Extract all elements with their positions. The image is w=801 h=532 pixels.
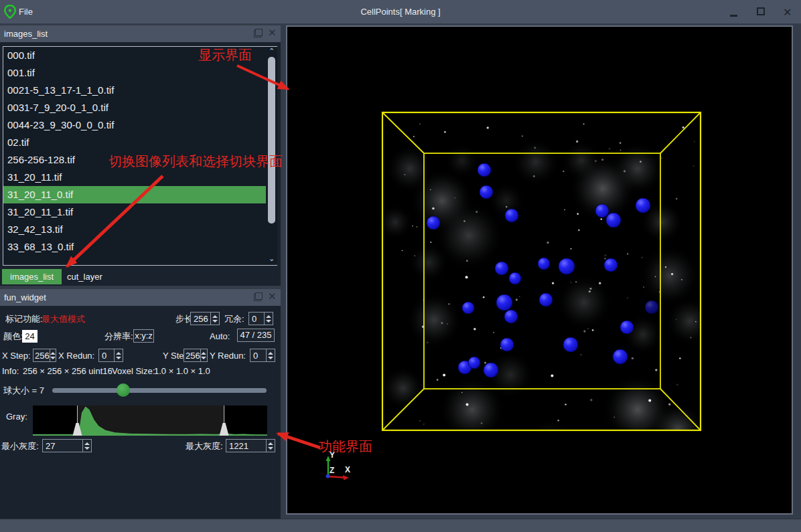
cell-marker[interactable]: [462, 302, 474, 314]
min-gray-spinbox[interactable]: 27: [42, 439, 92, 452]
cell-marker[interactable]: [509, 272, 521, 284]
axis-y-label: Y: [330, 450, 335, 460]
voxel-size-label: Voxel Size:: [112, 365, 155, 377]
auto-value-box: 47 / 235: [237, 329, 275, 342]
minimize-icon: [730, 15, 737, 17]
spinner-arrows[interactable]: [266, 349, 275, 361]
cell-marker[interactable]: [495, 262, 508, 275]
min-gray-value: 27: [43, 440, 82, 452]
redundancy-spinbox[interactable]: 0: [248, 312, 273, 325]
list-item[interactable]: 31_20_11_1.tif: [3, 203, 266, 221]
step-spinbox[interactable]: 256: [190, 312, 220, 325]
y-step-spinbox[interactable]: 256: [184, 349, 208, 362]
info-value: 256 × 256 × 256 uint16: [23, 365, 113, 377]
list-item[interactable]: 256-256-128.tif: [3, 151, 266, 169]
x-redun-spinbox[interactable]: 0: [98, 349, 123, 362]
cell-marker[interactable]: [427, 216, 440, 230]
x-step-label: X Step:: [2, 350, 31, 362]
tab-cut-layer[interactable]: cut_layer: [59, 269, 111, 284]
cell-marker[interactable]: [478, 163, 491, 177]
axis-indicator: YZX: [326, 450, 351, 480]
min-gray-label: 最小灰度:: [1, 440, 39, 452]
cell-marker[interactable]: [539, 293, 553, 306]
redundancy-value: 0: [249, 313, 264, 325]
cell-marker[interactable]: [613, 349, 628, 364]
gray-histogram-plot: [33, 406, 267, 436]
list-item[interactable]: 0031-7_9_20-0_1_0.tif: [3, 99, 266, 116]
images-list-panel-header: images_list ✕: [0, 25, 281, 42]
list-item[interactable]: 32_42_13.tif: [3, 221, 266, 238]
maximize-button[interactable]: [747, 0, 774, 23]
x-step-value: 256: [33, 349, 50, 361]
step-value: 256: [191, 313, 210, 325]
close-button[interactable]: ✕: [774, 0, 801, 23]
cell-marker[interactable]: [505, 209, 518, 222]
close-panel-icon[interactable]: ✕: [268, 29, 277, 37]
cell-marker[interactable]: [595, 204, 609, 217]
x-redun-label: X Redun:: [58, 350, 94, 362]
voxel-size-value: 1.0 × 1.0 × 1.0: [154, 365, 210, 377]
spinner-arrows[interactable]: [82, 440, 91, 452]
float-panel-icon[interactable]: [254, 29, 263, 37]
auto-label: Auto:: [210, 331, 230, 343]
list-item[interactable]: 000.tif: [3, 47, 266, 64]
y-redun-label: Y Redun:: [210, 350, 246, 362]
list-item[interactable]: 31_20_11_0.tif: [3, 186, 266, 203]
spinner-arrows[interactable]: [114, 349, 123, 361]
list-item[interactable]: 33_68_13_0.tif: [3, 238, 266, 256]
cell-marker[interactable]: [645, 300, 658, 314]
cell-marker[interactable]: [620, 321, 634, 334]
cell-marker[interactable]: [559, 258, 575, 274]
gray-histogram[interactable]: [33, 406, 267, 436]
y-redun-spinbox[interactable]: 0: [250, 349, 275, 362]
cell-marker[interactable]: [500, 338, 514, 351]
mark-function-label: 标记功能:: [5, 313, 43, 325]
color-value-box[interactable]: 24: [22, 330, 38, 343]
resolution-button[interactable]: x:y:z: [133, 329, 154, 343]
images-list-panel: images_list ✕ 000.tif001.tif0021-5_13_17…: [0, 25, 281, 286]
ball-size-slider-handle[interactable]: [117, 383, 130, 397]
spinner-arrows[interactable]: [200, 349, 207, 361]
list-scrollbar[interactable]: ⌃ ⌄: [266, 47, 277, 265]
x-redun-value: 0: [99, 349, 114, 361]
list-item[interactable]: 0021-5_13_17-1_1_0.tif: [3, 82, 266, 99]
3d-scene: YZX: [287, 27, 792, 513]
max-gray-spinbox[interactable]: 1221: [226, 439, 275, 452]
list-item[interactable]: 001.tif: [3, 64, 266, 82]
close-icon: ✕: [783, 6, 792, 19]
cell-marker[interactable]: [480, 185, 493, 199]
statusbar: [0, 519, 801, 532]
tab-images-list[interactable]: images_list: [2, 269, 62, 284]
spinner-arrows[interactable]: [266, 440, 275, 452]
float-panel-icon[interactable]: [254, 292, 263, 301]
spinner-arrows[interactable]: [210, 313, 219, 325]
fun-widget-panel-title: fun_widget: [4, 292, 46, 302]
close-panel-icon[interactable]: ✕: [268, 292, 277, 301]
list-item[interactable]: 31_20_11.tif: [3, 169, 266, 186]
cell-marker[interactable]: [538, 258, 550, 270]
list-item[interactable]: 0044-23_9_30-0_0_0.tif: [3, 116, 266, 134]
cell-marker[interactable]: [484, 363, 498, 377]
ball-size-slider[interactable]: [52, 388, 267, 393]
scrollbar-thumb[interactable]: [268, 57, 275, 224]
y-redun-value: 0: [250, 349, 266, 361]
cell-marker[interactable]: [468, 357, 480, 369]
scroll-up-icon[interactable]: ⌃: [268, 48, 275, 54]
spinner-arrows[interactable]: [264, 313, 273, 325]
spinner-arrows[interactable]: [50, 349, 56, 361]
cell-marker[interactable]: [636, 198, 650, 213]
cell-marker[interactable]: [504, 310, 518, 323]
info-label: Info:: [2, 365, 19, 377]
cell-marker[interactable]: [604, 258, 617, 272]
x-step-spinbox[interactable]: 256: [33, 349, 56, 362]
scroll-down-icon[interactable]: ⌄: [268, 256, 275, 261]
cell-marker[interactable]: [563, 337, 578, 352]
list-item[interactable]: 02.tif: [3, 134, 266, 151]
file-list[interactable]: 000.tif001.tif0021-5_13_17-1_1_0.tif0031…: [3, 46, 277, 266]
minimize-button[interactable]: [721, 0, 747, 23]
ball-size-label: 球大小 = 7: [3, 385, 44, 397]
cell-marker[interactable]: [496, 294, 512, 311]
cell-marker[interactable]: [606, 213, 621, 228]
3d-viewport[interactable]: YZX: [286, 25, 793, 515]
resolution-label: 分辨率:: [104, 331, 133, 343]
